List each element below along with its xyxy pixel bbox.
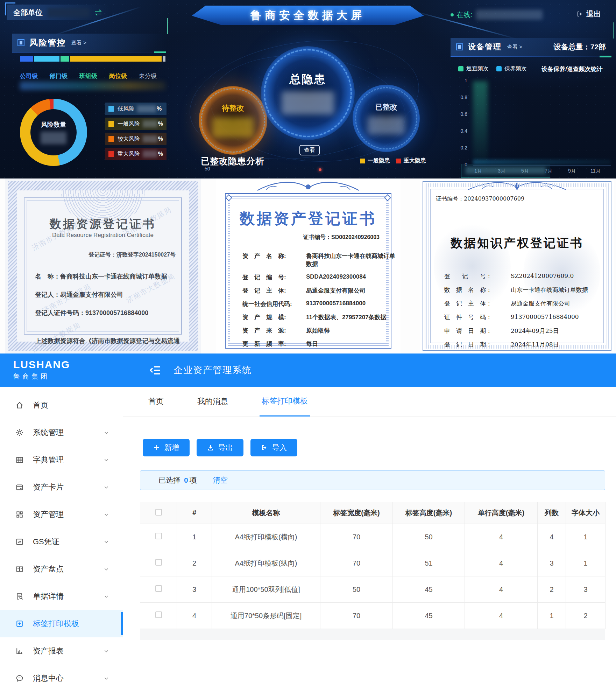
chevron-down-icon: [103, 457, 109, 463]
pending-value-blur: [212, 117, 254, 138]
certificate-field: 申 请 日 期：2024年09月25日: [444, 327, 588, 335]
total-hazard-label: 总隐患: [290, 72, 326, 87]
table-row[interactable]: 3 通用100*50双列[低值] 50 45 4 2 3: [140, 576, 606, 603]
tab-my-messages[interactable]: 我的消息: [195, 387, 230, 416]
panel-accent: [600, 56, 611, 57]
certificate-field: 登 记 主 体:易通金服支付有限公司: [242, 287, 401, 295]
tab-post-level[interactable]: 岗位级: [109, 72, 127, 80]
resolved-value-blur: [368, 116, 405, 134]
tab-home[interactable]: 首页: [146, 387, 166, 416]
risk-donut-chart: 风险数量: [20, 99, 87, 166]
data-resource-certificate: 济南市大数据局 济南市大数据局 济南市大数据局 济南市大数据局 济南市大数据局 …: [5, 178, 201, 354]
sidebar-item-asset-report[interactable]: 资产报表: [0, 637, 123, 665]
flourish-ornament: [252, 179, 364, 194]
chevron-down-icon: [103, 648, 109, 654]
tab-company-level[interactable]: 公司级: [20, 72, 38, 80]
row-checkbox[interactable]: [155, 611, 162, 618]
certificate-number: 登记证号：济数登字2024150027号: [88, 251, 176, 259]
col-label-width: 标签宽度(毫米): [320, 502, 393, 524]
legend-swatch: [108, 121, 114, 127]
row-checkbox[interactable]: [155, 533, 162, 539]
panel-icon: [17, 39, 24, 46]
sidebar-item-home[interactable]: 首页: [0, 392, 123, 419]
toolbar: 新增 导出 导入: [140, 439, 610, 456]
sidebar-item-document-detail[interactable]: 单据详情: [0, 583, 123, 610]
legend-swatch: [108, 106, 114, 112]
pending-label: 待整改: [222, 103, 244, 113]
sidebar-item-asset-management[interactable]: 资产管理: [0, 501, 123, 528]
sidebar-item-system[interactable]: 系统管理: [0, 419, 123, 446]
col-template-name: 模板名称: [212, 502, 320, 524]
certificate-field: 证 件 号 码：913700005716884000: [444, 313, 588, 321]
analysis-title: 已整改隐患分析: [201, 155, 264, 167]
sidebar-item-asset-card[interactable]: 资产卡片: [0, 474, 123, 501]
table-row[interactable]: 1 A4纸打印模板(横向) 70 50 4 4 1: [140, 524, 606, 550]
home-icon: [15, 401, 24, 410]
collapse-menu-icon[interactable]: [150, 365, 162, 376]
swap-icon[interactable]: [94, 9, 103, 16]
unit-selector[interactable]: 全部单位: [7, 5, 112, 20]
app-header: LUSHANG 鲁商集团 企业资产管理系统: [0, 354, 616, 387]
center-view-button[interactable]: 查看: [299, 145, 320, 155]
stackbar-segment: [163, 56, 165, 62]
chevron-down-icon: [103, 511, 109, 518]
table-footer-strip: [140, 629, 605, 640]
export-button[interactable]: 导出: [197, 439, 243, 456]
device-chart-glow: [473, 81, 488, 165]
certificate-title: 数据资产登记证书: [216, 209, 401, 229]
certificate-field: 资 产 名 称:鲁商科技山东一卡通在线商城订单数据: [242, 252, 401, 268]
logout-button[interactable]: 退出: [576, 9, 601, 19]
certificate-field: 登记人证件号码：913700005716884000: [35, 309, 167, 317]
pending-circle: 待整改: [199, 86, 267, 155]
unit-selector-label: 全部单位: [13, 8, 43, 18]
resolved-circle: 已整改: [353, 85, 420, 152]
tab-unclassified[interactable]: 未分级: [139, 72, 157, 80]
tab-bar: 首页 我的消息 标签打印模板: [123, 387, 616, 416]
clear-selection-link[interactable]: 清空: [213, 475, 228, 485]
tab-label-print-template[interactable]: 标签打印模板: [260, 387, 310, 416]
certificate-field: 资 产 来 源:原始取得: [242, 327, 401, 335]
template-table: # 模板名称 标签宽度(毫米) 标签高度(毫米) 单行高度(毫米) 列数 字体大…: [140, 502, 606, 629]
analysis-y-tick: 50: [205, 166, 210, 172]
certificate-field: 统一社会信用代码:913700005716884000: [242, 300, 401, 308]
certificates-row: 济南市大数据局 济南市大数据局 济南市大数据局 济南市大数据局 济南市大数据局 …: [0, 178, 616, 354]
y-tick: 1: [457, 78, 467, 83]
risk-panel-view-link[interactable]: 查看 >: [71, 40, 86, 46]
table-row[interactable]: 2 A4纸打印模板(纵向) 70 51 4 3 1: [140, 550, 606, 576]
tab-team-level[interactable]: 班组级: [79, 72, 97, 80]
x-tick: 9月: [568, 168, 576, 174]
legend-swatch: [458, 66, 463, 71]
tab-department-level[interactable]: 部门级: [50, 72, 68, 80]
legend-value-blur: [143, 150, 157, 158]
data-asset-certificate: 数据资产登记证书 证书编号：SD0020240926003 资 产 名 称:鲁商…: [216, 178, 401, 354]
certificate-field: 登 记 主 体：易通金服支付有限公司: [444, 300, 588, 308]
device-panel-title: 设备管理: [468, 42, 502, 52]
device-panel-view-link[interactable]: 查看 >: [507, 44, 522, 50]
y-tick: 0.8: [457, 94, 467, 100]
risk-panel-title: 风险管控: [29, 37, 66, 48]
legend-swatch: [360, 159, 365, 163]
legend-swatch: [496, 66, 502, 71]
row-checkbox[interactable]: [155, 559, 162, 566]
certificate-field: 登 记 号：SZ2024120007609.0: [444, 272, 588, 280]
donut-value-blur: [41, 132, 66, 144]
sidebar-item-dictionary[interactable]: 字典管理: [0, 446, 123, 474]
table-row[interactable]: 4 通用70*50条形码[固定] 70 45 4 1 2: [140, 603, 606, 629]
sidebar-item-gs-voucher[interactable]: GS凭证: [0, 528, 123, 555]
import-button[interactable]: 导入: [250, 439, 297, 456]
panel-corner-accent: [167, 18, 168, 34]
sidebar-item-message-center[interactable]: 消息中心: [0, 665, 123, 692]
add-button[interactable]: 新增: [143, 439, 190, 456]
risk-level-values-blur: [20, 82, 165, 90]
lushang-logo: LUSHANG 鲁商集团: [13, 359, 70, 381]
sidebar-item-asset-inventory[interactable]: 资产盘点: [0, 555, 123, 583]
certificate-field: 更 新 频 率:每日: [242, 340, 401, 348]
y-tick: 0.2: [457, 145, 467, 150]
sidebar-item-label-print-template[interactable]: 标签打印模板: [0, 610, 123, 637]
analysis-legend: 一般隐患 重大隐患: [360, 157, 426, 164]
panel-corner-accent: [613, 22, 614, 38]
select-all-checkbox[interactable]: [155, 509, 162, 516]
plus-square-icon: [15, 620, 24, 628]
row-checkbox[interactable]: [155, 585, 162, 592]
open-book-icon: [15, 565, 24, 573]
